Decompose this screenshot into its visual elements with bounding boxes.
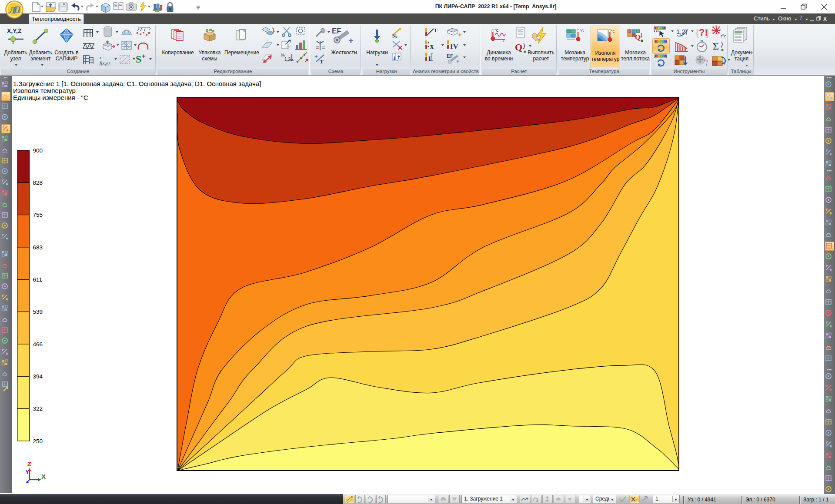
svg-text:°C: °C (611, 29, 615, 33)
svg-text:Σ: Σ (713, 40, 719, 52)
svg-text:П: П (13, 5, 21, 14)
svg-text:°C: °C (580, 29, 584, 33)
svg-text:}: } (706, 27, 709, 38)
svg-text:900: 900 (33, 147, 43, 154)
svg-text:828: 828 (33, 179, 43, 186)
svg-text:S: S (136, 53, 141, 65)
svg-text:X: X (41, 473, 46, 480)
svg-text:t: t (706, 62, 707, 66)
svg-text:EF: EF (332, 27, 341, 35)
svg-text:Q: Q (635, 33, 640, 41)
svg-text:394: 394 (33, 373, 43, 380)
svg-text:z=: z= (99, 55, 104, 60)
svg-text:IV: IV (450, 42, 459, 50)
svg-text:t°c: t°c (721, 33, 726, 38)
svg-text:T: T (320, 58, 324, 65)
svg-text:x: x (430, 43, 434, 50)
svg-text:683: 683 (33, 244, 43, 251)
svg-text:EF: EF (447, 53, 453, 59)
svg-text:X: X (823, 16, 827, 22)
svg-text:+: + (142, 52, 146, 60)
svg-text:Q: Q (515, 42, 522, 53)
svg-text:f(x,y): f(x,y) (100, 60, 110, 66)
svg-text:Z: Z (27, 460, 31, 468)
svg-text:+: + (456, 58, 460, 64)
svg-text:539: 539 (33, 308, 43, 315)
svg-text:+: + (314, 53, 318, 60)
svg-text:250: 250 (33, 438, 43, 444)
svg-text:°C: °C (494, 28, 499, 33)
svg-text:322: 322 (33, 405, 43, 412)
svg-text:№: № (392, 33, 397, 39)
svg-text:466: 466 (33, 341, 43, 348)
svg-text:755: 755 (33, 212, 43, 218)
svg-text:T: T (434, 27, 438, 33)
svg-text:X,Y,Z: X,Y,Z (7, 27, 22, 34)
svg-text:611: 611 (33, 276, 43, 283)
svg-text:+: + (348, 36, 354, 45)
